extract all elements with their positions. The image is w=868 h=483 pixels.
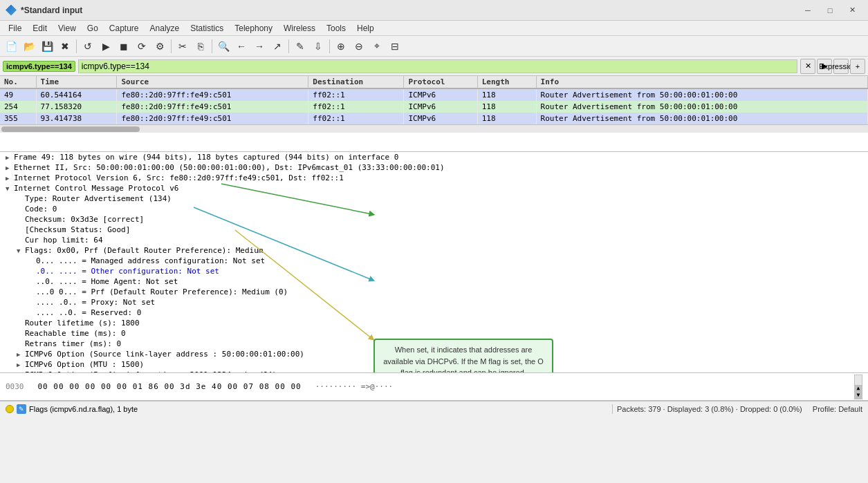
cut-btn[interactable]: ✂: [174, 38, 191, 55]
detail-row[interactable]: Router lifetime (s): 1800: [0, 318, 868, 328]
status-separator: [612, 404, 613, 414]
table-row[interactable]: 4960.544164fe80::2d0:97ff:fe49:c501ff02:…: [0, 88, 868, 101]
cell-r2-c5: 118: [477, 113, 536, 124]
menu-item-statistics[interactable]: Statistics: [185, 22, 229, 35]
filter-input[interactable]: [78, 59, 797, 73]
close-button[interactable]: ✕: [842, 3, 862, 17]
sv-up-btn[interactable]: ▲: [855, 385, 862, 392]
packet-detail[interactable]: ▶Frame 49: 118 bytes on wire (944 bits),…: [0, 152, 868, 373]
resize-btn[interactable]: ⊟: [387, 38, 403, 55]
normal-size-btn[interactable]: ⌖: [369, 38, 385, 55]
table-header-row: No.TimeSourceDestinationProtocolLengthIn…: [0, 76, 868, 88]
detail-row[interactable]: 0... .... = Managed address configuratio…: [0, 256, 868, 266]
menu-item-capture[interactable]: Capture: [104, 22, 145, 35]
menu-item-edit[interactable]: Edit: [27, 22, 53, 35]
detail-row[interactable]: ..0. .... = Home Agent: Not set: [0, 276, 868, 287]
col-source: Source: [117, 76, 308, 88]
find-btn[interactable]: 🔍: [215, 38, 232, 55]
toolbar-separator: [329, 39, 330, 53]
hex-offset: 0030: [6, 382, 24, 391]
menu-item-help[interactable]: Help: [351, 22, 380, 35]
cell-r1-c2: fe80::2d0:97ff:fe49:c501: [117, 101, 308, 113]
hex-vscrollbar[interactable]: ▲ ▼: [854, 375, 862, 399]
col-no-: No.: [0, 76, 36, 88]
status-left: ✎ Flags (icmpv6.nd.ra.flag), 1 byte: [6, 404, 608, 414]
detail-text: Code: 0: [25, 205, 57, 214]
copy-btn[interactable]: ⎘: [192, 38, 209, 55]
status-right: Packets: 379 · Displayed: 3 (0.8%) · Dro…: [617, 405, 862, 413]
menu-item-telephony[interactable]: Telephony: [229, 22, 278, 35]
detail-row[interactable]: Code: 0: [0, 204, 868, 214]
menu-item-file[interactable]: File: [3, 22, 27, 35]
filter-clear-button[interactable]: ✕: [800, 59, 815, 74]
detail-text: 0... .... = Managed address configuratio…: [36, 256, 265, 265]
detail-row[interactable]: Type: Router Advertisement (134): [0, 193, 868, 204]
maximize-button[interactable]: □: [820, 3, 840, 17]
cell-r2-c4: ICMPv6: [404, 113, 477, 124]
detail-row[interactable]: Reachable time (ms): 0: [0, 328, 868, 339]
back-btn[interactable]: ←: [233, 38, 250, 55]
status-bar: ✎ Flags (icmpv6.nd.ra.flag), 1 byte Pack…: [0, 401, 868, 416]
minimize-button[interactable]: ─: [797, 3, 818, 17]
hscrollbar-thumb[interactable]: [1, 126, 140, 132]
new-file-btn[interactable]: 📄: [3, 38, 19, 55]
detail-text: Flags: 0x00, Prf (Default Router Prefere…: [25, 246, 263, 255]
detail-text: Cur hop limit: 64: [25, 236, 103, 245]
close-btn[interactable]: ✖: [57, 38, 73, 55]
status-left-text: Flags (icmpv6.nd.ra.flag), 1 byte: [29, 405, 138, 413]
app-icon: [6, 5, 17, 16]
sv-dn-btn[interactable]: ▼: [855, 392, 862, 399]
packet-list-hscrollbar[interactable]: [0, 124, 868, 133]
packet-table: No.TimeSourceDestinationProtocolLengthIn…: [0, 76, 868, 124]
menu-item-view[interactable]: View: [53, 22, 82, 35]
zoom-in-btn[interactable]: ⊕: [333, 38, 349, 55]
status-packets-text: Packets: 379 · Displayed: 3 (0.8%) · Dro…: [617, 405, 802, 413]
col-info: Info: [536, 76, 867, 88]
menu-item-go[interactable]: Go: [82, 22, 104, 35]
fwd-btn[interactable]: →: [251, 38, 268, 55]
zoom-out-btn[interactable]: ⊖: [351, 38, 367, 55]
cell-r0-c5: 118: [477, 88, 536, 101]
packet-list[interactable]: No.TimeSourceDestinationProtocolLengthIn…: [0, 76, 868, 152]
menu-item-tools[interactable]: Tools: [321, 22, 351, 35]
title-bar: *Standard input ─ □ ✕: [0, 0, 868, 21]
detail-row[interactable]: Checksum: 0x3d3e [correct]: [0, 214, 868, 225]
detail-row[interactable]: .... .0.. = Proxy: Not set: [0, 297, 868, 307]
packet-table-body[interactable]: 4960.544164fe80::2d0:97ff:fe49:c501ff02:…: [0, 88, 868, 124]
color-btn[interactable]: ✎: [292, 38, 308, 55]
detail-text: Internet Protocol Version 6, Src: fe80::…: [14, 173, 344, 182]
detail-row[interactable]: Cur hop limit: 64: [0, 235, 868, 245]
menu-item-analyze[interactable]: Analyze: [145, 22, 185, 35]
detail-row[interactable]: ▶Internet Protocol Version 6, Src: fe80:…: [0, 173, 868, 183]
reload-btn[interactable]: ↺: [80, 38, 96, 55]
toolbar-separator: [76, 39, 77, 53]
open-file-btn[interactable]: 📂: [21, 38, 37, 55]
expression-button[interactable]: Expression...: [833, 59, 849, 74]
detail-text: Router lifetime (s): 1800: [25, 319, 140, 328]
save-btn[interactable]: 💾: [39, 38, 55, 55]
capture-stop-btn[interactable]: ◼: [116, 38, 132, 55]
capture-start-btn[interactable]: ▶: [98, 38, 114, 55]
detail-row[interactable]: ▼Flags: 0x00, Prf (Default Router Prefer…: [0, 245, 868, 256]
detail-row[interactable]: [Checksum Status: Good]: [0, 225, 868, 235]
detail-text: Internet Control Message Protocol v6: [14, 184, 178, 193]
detail-row[interactable]: ▼Internet Control Message Protocol v6: [0, 183, 868, 193]
detail-row[interactable]: .... ..0. = Reserved: 0: [0, 307, 868, 318]
table-row[interactable]: 35593.414738fe80::2d0:97ff:fe49:c501ff02…: [0, 113, 868, 124]
table-row[interactable]: 25477.158320fe80::2d0:97ff:fe49:c501ff02…: [0, 101, 868, 113]
col-protocol: Protocol: [404, 76, 477, 88]
window-title: *Standard input: [21, 6, 797, 15]
detail-row[interactable]: ▶Ethernet II, Src: 50:00:00:01:00:00 (50…: [0, 162, 868, 173]
toolbar-separator: [171, 39, 172, 53]
add-filter-button[interactable]: +: [850, 59, 865, 74]
detail-row[interactable]: ...0 0... = Prf (Default Router Preferen…: [0, 287, 868, 297]
detail-row[interactable]: .0.. .... = Other configuration: Not set: [0, 266, 868, 276]
filter-bar: icmpv6.type==134 ✕ ▶ Expression... +: [0, 57, 868, 76]
capture-restart-btn[interactable]: ⟳: [133, 38, 150, 55]
menu-item-wireless[interactable]: Wireless: [278, 22, 321, 35]
capture-options-btn[interactable]: ⚙: [151, 38, 168, 55]
auto-scroll-btn[interactable]: ⇩: [310, 38, 326, 55]
detail-row[interactable]: ▶Frame 49: 118 bytes on wire (944 bits),…: [0, 152, 868, 162]
goto-btn[interactable]: ↗: [269, 38, 286, 55]
hex-dump: 0030 00 00 00 00 00 00 01 86 00 3d 3e 40…: [0, 373, 868, 401]
